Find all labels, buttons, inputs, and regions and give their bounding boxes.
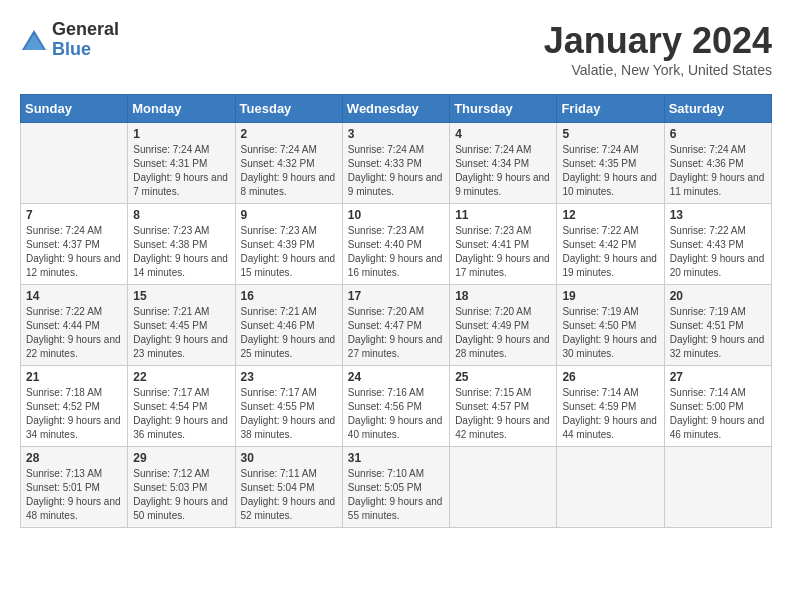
day-number: 3 [348, 127, 444, 141]
day-number: 17 [348, 289, 444, 303]
day-number: 20 [670, 289, 766, 303]
calendar-week-row: 21Sunrise: 7:18 AM Sunset: 4:52 PM Dayli… [21, 366, 772, 447]
calendar-day-cell [21, 123, 128, 204]
location-text: Valatie, New York, United States [544, 62, 772, 78]
day-info: Sunrise: 7:17 AM Sunset: 4:54 PM Dayligh… [133, 386, 229, 442]
calendar-day-cell: 19Sunrise: 7:19 AM Sunset: 4:50 PM Dayli… [557, 285, 664, 366]
calendar-day-cell: 31Sunrise: 7:10 AM Sunset: 5:05 PM Dayli… [342, 447, 449, 528]
day-info: Sunrise: 7:24 AM Sunset: 4:36 PM Dayligh… [670, 143, 766, 199]
calendar-day-cell: 12Sunrise: 7:22 AM Sunset: 4:42 PM Dayli… [557, 204, 664, 285]
calendar-day-cell: 4Sunrise: 7:24 AM Sunset: 4:34 PM Daylig… [450, 123, 557, 204]
calendar-day-cell: 8Sunrise: 7:23 AM Sunset: 4:38 PM Daylig… [128, 204, 235, 285]
page-header: General Blue January 2024 Valatie, New Y… [20, 20, 772, 78]
day-number: 28 [26, 451, 122, 465]
day-number: 19 [562, 289, 658, 303]
weekday-header-row: Sunday Monday Tuesday Wednesday Thursday… [21, 95, 772, 123]
header-saturday: Saturday [664, 95, 771, 123]
day-number: 30 [241, 451, 337, 465]
day-number: 21 [26, 370, 122, 384]
calendar-day-cell: 24Sunrise: 7:16 AM Sunset: 4:56 PM Dayli… [342, 366, 449, 447]
calendar-day-cell: 21Sunrise: 7:18 AM Sunset: 4:52 PM Dayli… [21, 366, 128, 447]
day-number: 26 [562, 370, 658, 384]
day-info: Sunrise: 7:17 AM Sunset: 4:55 PM Dayligh… [241, 386, 337, 442]
day-number: 8 [133, 208, 229, 222]
day-info: Sunrise: 7:18 AM Sunset: 4:52 PM Dayligh… [26, 386, 122, 442]
day-info: Sunrise: 7:22 AM Sunset: 4:42 PM Dayligh… [562, 224, 658, 280]
day-info: Sunrise: 7:16 AM Sunset: 4:56 PM Dayligh… [348, 386, 444, 442]
header-tuesday: Tuesday [235, 95, 342, 123]
day-number: 31 [348, 451, 444, 465]
day-number: 1 [133, 127, 229, 141]
day-number: 25 [455, 370, 551, 384]
day-number: 15 [133, 289, 229, 303]
header-thursday: Thursday [450, 95, 557, 123]
calendar-day-cell: 26Sunrise: 7:14 AM Sunset: 4:59 PM Dayli… [557, 366, 664, 447]
day-number: 6 [670, 127, 766, 141]
calendar-day-cell: 20Sunrise: 7:19 AM Sunset: 4:51 PM Dayli… [664, 285, 771, 366]
day-number: 4 [455, 127, 551, 141]
day-info: Sunrise: 7:14 AM Sunset: 4:59 PM Dayligh… [562, 386, 658, 442]
header-sunday: Sunday [21, 95, 128, 123]
calendar-day-cell: 18Sunrise: 7:20 AM Sunset: 4:49 PM Dayli… [450, 285, 557, 366]
day-info: Sunrise: 7:22 AM Sunset: 4:43 PM Dayligh… [670, 224, 766, 280]
calendar-day-cell: 7Sunrise: 7:24 AM Sunset: 4:37 PM Daylig… [21, 204, 128, 285]
calendar-day-cell: 22Sunrise: 7:17 AM Sunset: 4:54 PM Dayli… [128, 366, 235, 447]
day-info: Sunrise: 7:23 AM Sunset: 4:39 PM Dayligh… [241, 224, 337, 280]
day-number: 22 [133, 370, 229, 384]
day-info: Sunrise: 7:24 AM Sunset: 4:33 PM Dayligh… [348, 143, 444, 199]
title-block: January 2024 Valatie, New York, United S… [544, 20, 772, 78]
day-number: 16 [241, 289, 337, 303]
calendar-day-cell: 15Sunrise: 7:21 AM Sunset: 4:45 PM Dayli… [128, 285, 235, 366]
logo-text: General Blue [52, 20, 119, 60]
calendar-day-cell: 13Sunrise: 7:22 AM Sunset: 4:43 PM Dayli… [664, 204, 771, 285]
day-info: Sunrise: 7:24 AM Sunset: 4:34 PM Dayligh… [455, 143, 551, 199]
day-info: Sunrise: 7:24 AM Sunset: 4:37 PM Dayligh… [26, 224, 122, 280]
calendar-table: Sunday Monday Tuesday Wednesday Thursday… [20, 94, 772, 528]
calendar-day-cell: 9Sunrise: 7:23 AM Sunset: 4:39 PM Daylig… [235, 204, 342, 285]
day-number: 12 [562, 208, 658, 222]
day-number: 29 [133, 451, 229, 465]
calendar-day-cell: 17Sunrise: 7:20 AM Sunset: 4:47 PM Dayli… [342, 285, 449, 366]
header-wednesday: Wednesday [342, 95, 449, 123]
calendar-week-row: 14Sunrise: 7:22 AM Sunset: 4:44 PM Dayli… [21, 285, 772, 366]
day-number: 10 [348, 208, 444, 222]
day-info: Sunrise: 7:19 AM Sunset: 4:51 PM Dayligh… [670, 305, 766, 361]
day-info: Sunrise: 7:14 AM Sunset: 5:00 PM Dayligh… [670, 386, 766, 442]
calendar-day-cell: 16Sunrise: 7:21 AM Sunset: 4:46 PM Dayli… [235, 285, 342, 366]
day-info: Sunrise: 7:23 AM Sunset: 4:40 PM Dayligh… [348, 224, 444, 280]
calendar-day-cell: 1Sunrise: 7:24 AM Sunset: 4:31 PM Daylig… [128, 123, 235, 204]
calendar-day-cell [664, 447, 771, 528]
calendar-day-cell: 11Sunrise: 7:23 AM Sunset: 4:41 PM Dayli… [450, 204, 557, 285]
day-number: 7 [26, 208, 122, 222]
calendar-day-cell: 23Sunrise: 7:17 AM Sunset: 4:55 PM Dayli… [235, 366, 342, 447]
header-monday: Monday [128, 95, 235, 123]
month-title: January 2024 [544, 20, 772, 62]
calendar-week-row: 7Sunrise: 7:24 AM Sunset: 4:37 PM Daylig… [21, 204, 772, 285]
day-info: Sunrise: 7:20 AM Sunset: 4:47 PM Dayligh… [348, 305, 444, 361]
calendar-day-cell: 2Sunrise: 7:24 AM Sunset: 4:32 PM Daylig… [235, 123, 342, 204]
day-number: 9 [241, 208, 337, 222]
day-number: 5 [562, 127, 658, 141]
calendar-day-cell: 29Sunrise: 7:12 AM Sunset: 5:03 PM Dayli… [128, 447, 235, 528]
logo-general-text: General [52, 20, 119, 40]
calendar-day-cell: 14Sunrise: 7:22 AM Sunset: 4:44 PM Dayli… [21, 285, 128, 366]
calendar-day-cell: 30Sunrise: 7:11 AM Sunset: 5:04 PM Dayli… [235, 447, 342, 528]
calendar-body: 1Sunrise: 7:24 AM Sunset: 4:31 PM Daylig… [21, 123, 772, 528]
day-number: 11 [455, 208, 551, 222]
logo: General Blue [20, 20, 119, 60]
day-info: Sunrise: 7:12 AM Sunset: 5:03 PM Dayligh… [133, 467, 229, 523]
calendar-day-cell: 25Sunrise: 7:15 AM Sunset: 4:57 PM Dayli… [450, 366, 557, 447]
day-info: Sunrise: 7:13 AM Sunset: 5:01 PM Dayligh… [26, 467, 122, 523]
day-number: 13 [670, 208, 766, 222]
day-info: Sunrise: 7:24 AM Sunset: 4:35 PM Dayligh… [562, 143, 658, 199]
calendar-day-cell: 6Sunrise: 7:24 AM Sunset: 4:36 PM Daylig… [664, 123, 771, 204]
day-number: 24 [348, 370, 444, 384]
calendar-day-cell: 10Sunrise: 7:23 AM Sunset: 4:40 PM Dayli… [342, 204, 449, 285]
day-info: Sunrise: 7:21 AM Sunset: 4:46 PM Dayligh… [241, 305, 337, 361]
logo-icon [20, 26, 48, 54]
day-info: Sunrise: 7:20 AM Sunset: 4:49 PM Dayligh… [455, 305, 551, 361]
calendar-week-row: 28Sunrise: 7:13 AM Sunset: 5:01 PM Dayli… [21, 447, 772, 528]
day-number: 2 [241, 127, 337, 141]
calendar-day-cell: 27Sunrise: 7:14 AM Sunset: 5:00 PM Dayli… [664, 366, 771, 447]
day-number: 14 [26, 289, 122, 303]
